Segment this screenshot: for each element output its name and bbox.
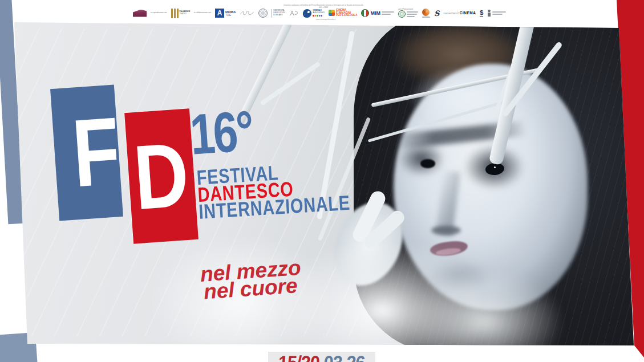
partner-logo-neverland: neverland CINEMA [443,11,476,15]
script-signature-icon [240,10,254,17]
micro-text-line [407,16,415,17]
partner-logo-patrocinio: con il Patrocinio di [398,9,418,18]
partner-logo-script [240,10,254,17]
partner-logo-seal [258,9,268,18]
fd-logo-letter-d: D [131,129,192,223]
connector-text: in collaborazione con [194,12,211,14]
fd-logo-red-block: D [124,108,199,243]
motto-line-2: nel cuore [201,276,303,301]
micro-text-line [382,14,391,15]
partner-logo-s: S [434,10,439,17]
roma-tre-mark-icon: A [215,9,224,18]
micro-text-line [407,14,417,15]
s-swirl-logo-icon: S [434,10,439,17]
pennant-logo-icon [133,10,147,17]
university-seal-icon [258,9,268,18]
partner-logo-cips: CINEMA E IMMAGINI PER LA SCUOLA [329,9,357,18]
partner-logo-pennant [133,10,147,17]
gold-bars-icon [171,9,179,18]
partner-logo-strip: in coproduzione con PALLADIUM TEATRO in … [133,6,506,20]
divider [272,9,272,18]
partner-logo-sketch [289,10,299,17]
mim-emblem-icon [361,9,369,17]
eye-glint [494,166,496,168]
nostril-shadow [431,226,461,235]
micro-text-line [422,17,430,18]
green-seal-icon [398,10,406,18]
micro-text-line [492,14,503,15]
partner-logo-swirl [422,9,430,18]
date-box: 15/20.03.26 [268,352,375,362]
date-days: 15/20 [277,352,320,362]
sketch-logo-icon [289,10,299,17]
micro-text-line [407,11,418,13]
white-glow [410,272,559,362]
motto: nel mezzo nel cuore [200,259,303,301]
edition-number: 16° [188,100,272,162]
fd-logo-letter-f: F [70,103,123,201]
partner-logo-unimi: UNIVERSITÀ DEGLI STUDI DI MILANO [272,9,285,18]
orange-swirl-icon [422,9,430,16]
fd-logo-blue-block: F [50,84,123,221]
festival-poster: F D 16° FESTIVAL DANTESCO INTERNAZIONALE… [0,0,644,362]
color-dots-icon [313,15,325,17]
cips-grid-icon [329,10,335,16]
date-month-year: .03.26 [318,352,365,362]
person-glyph-icon [487,10,491,17]
partner-logo-roma-tre: A ROMA TRE [215,9,236,18]
connector-text: in coproduzione con [151,12,167,14]
micro-text-line [492,11,506,13]
partner-logo-dollar: $ [480,10,483,17]
partner-logo-asc: CINEMA E AUDIOVISIVO [303,9,325,18]
partner-logo-mim: MIM [361,9,394,17]
partner-logo-casa [487,10,506,17]
partner-logo-palladium: PALLADIUM TEATRO [171,9,191,18]
eye-socket-left [398,141,445,177]
festival-dates: 15/20.03.26 [278,353,366,362]
dollar-monogram-icon: $ [480,10,483,17]
left-eye [420,159,435,168]
asc-swoosh-icon [303,9,311,18]
micro-text-line [382,11,394,13]
